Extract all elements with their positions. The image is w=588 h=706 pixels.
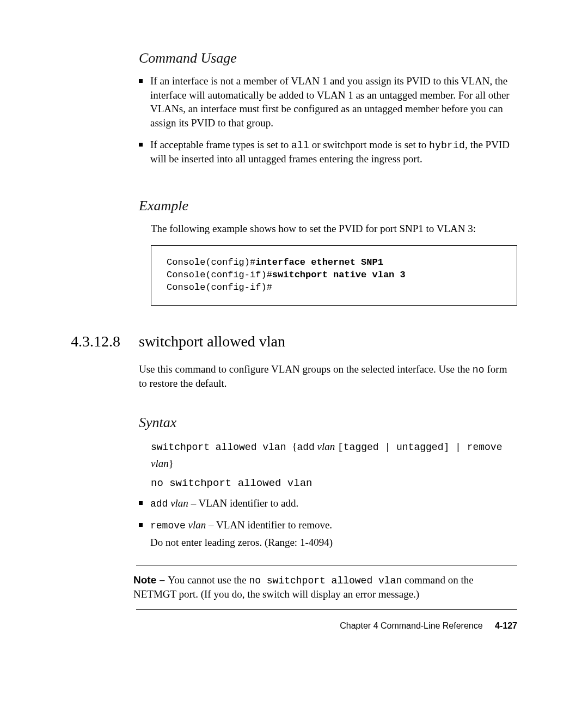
section-body: Use this command to configure VLAN group… (139, 362, 517, 391)
syntax-section: Syntax switchport allowed vlan {add vlan… (139, 415, 517, 550)
ex1-pre: Console(config)# (167, 257, 255, 267)
s1-pre: switchport allowed vlan (151, 442, 292, 453)
note-pre: You cannot use the (168, 574, 249, 586)
square-bullet-icon (139, 523, 143, 527)
syntax-line-2: no switchport allowed vlan (151, 476, 517, 491)
sb-sub: Do not enter leading zeros. (Range: 1-40… (150, 535, 517, 550)
syntax-bullet-b: remove vlan – VLAN identifier to remove.… (139, 518, 517, 550)
note-text: Note – You cannot use the no switchport … (133, 573, 517, 601)
note-mono: no switchport allowed vlan (249, 575, 402, 586)
ex2-pre: Console(config-if)# (167, 270, 272, 280)
sa-rest: – VLAN identifier to add. (188, 497, 298, 509)
example-intro: The following example shows how to set t… (151, 222, 517, 236)
sb-ital: vlan (188, 519, 206, 531)
syntax-bullet-a: add vlan – VLAN identifier to add. (139, 496, 517, 510)
square-bullet-icon (139, 143, 143, 147)
example-line-3: Console(config-if)# (167, 282, 501, 294)
usage-bullet-2-text: If acceptable frame types is set to all … (150, 138, 517, 166)
usage-bullet-1-text: If an interface is not a member of VLAN … (150, 74, 517, 130)
note-rule-top (136, 565, 517, 565)
b2-mono1: all (291, 140, 309, 151)
section-number: 4.3.12.8 (71, 333, 139, 350)
sb-mono: remove (150, 520, 186, 531)
s1-add: add (297, 442, 314, 453)
usage-bullet-1: If an interface is not a member of VLAN … (139, 74, 517, 130)
syntax-bullets: add vlan – VLAN identifier to add. remov… (139, 496, 517, 550)
example-code-box: Console(config)#interface ethernet SNP1 … (151, 245, 517, 306)
syntax-lines: switchport allowed vlan {add vlan [tagge… (151, 439, 517, 492)
sb-rest: – VLAN identifier to remove. (206, 519, 332, 531)
usage-bullet-2: If acceptable frame types is set to all … (139, 138, 517, 166)
square-bullet-icon (139, 79, 143, 83)
page: Command Usage If an interface is not a m… (0, 0, 588, 706)
section-heading-row: 4.3.12.8 switchport allowed vlan (71, 333, 517, 350)
example-heading: Example (139, 198, 517, 214)
section-intro: Use this command to configure VLAN group… (139, 362, 517, 391)
example-section: Example The following example shows how … (139, 198, 517, 306)
syntax-bullet-b-text: remove vlan – VLAN identifier to remove.… (150, 518, 517, 550)
s1-vlan1: vlan (317, 441, 335, 452)
s1-brace-open: { (292, 441, 297, 452)
s1-remove: remove (467, 442, 503, 453)
usage-bullet-list: If an interface is not a member of VLAN … (139, 74, 517, 166)
syntax-heading: Syntax (139, 415, 517, 431)
ex1-bold: interface ethernet SNP1 (255, 257, 383, 267)
sa-ital: vlan (170, 497, 188, 509)
intro-pre: Use this command to configure VLAN group… (139, 363, 473, 375)
b2-mid: or switchport mode is set to (309, 139, 429, 150)
intro-mono: no (473, 364, 485, 375)
s1-bracket: [tagged | untagged] | (338, 442, 467, 453)
page-footer: Chapter 4 Command-Line Reference 4-127 (340, 621, 517, 631)
note-label: Note – (133, 574, 168, 586)
ex2-bold: switchport native vlan 3 (272, 270, 406, 280)
example-line-1: Console(config)#interface ethernet SNP1 (167, 257, 501, 269)
s1-vlan2: vlan (151, 458, 169, 469)
s1-brace-close: } (169, 458, 174, 469)
square-bullet-icon (139, 501, 143, 505)
example-line-2: Console(config-if)#switchport native vla… (167, 269, 501, 282)
syntax-bullet-a-text: add vlan – VLAN identifier to add. (150, 496, 517, 510)
b2-pre: If acceptable frame types is set to (150, 139, 291, 150)
syntax-line-1: switchport allowed vlan {add vlan [tagge… (151, 439, 517, 471)
note-rule-bottom (136, 609, 517, 610)
section-title: switchport allowed vlan (139, 333, 285, 350)
footer-page-number: 4-127 (495, 621, 517, 630)
note-block: Note – You cannot use the no switchport … (136, 565, 517, 610)
sa-mono: add (150, 498, 168, 509)
command-usage-heading: Command Usage (139, 50, 517, 66)
command-usage-section: Command Usage If an interface is not a m… (139, 50, 517, 166)
footer-chapter: Chapter 4 Command-Line Reference (340, 621, 482, 630)
b2-mono2: hybrid (429, 140, 465, 151)
